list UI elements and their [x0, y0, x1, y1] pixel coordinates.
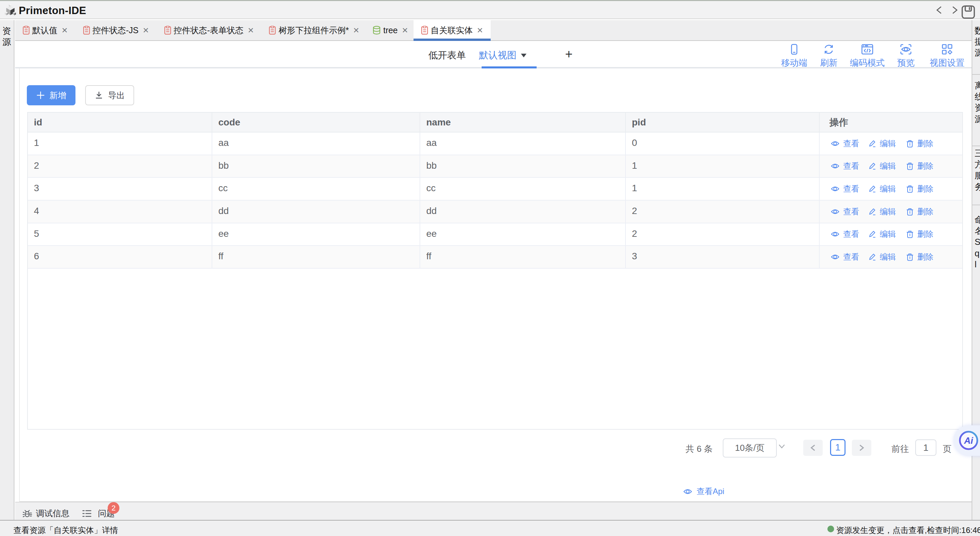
svg-text:Ai: Ai	[964, 436, 973, 446]
